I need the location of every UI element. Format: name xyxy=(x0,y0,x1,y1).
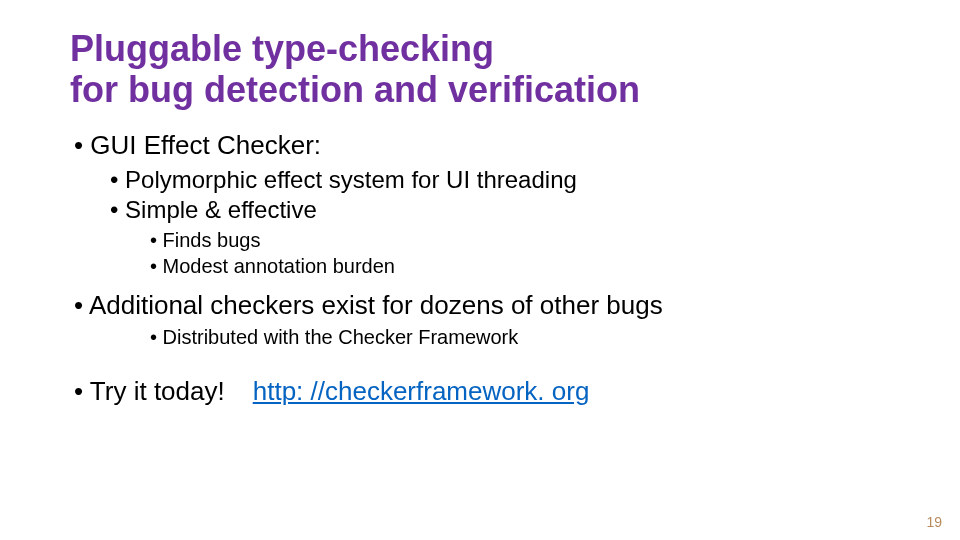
bullet-additional-checkers: Additional checkers exist for dozens of … xyxy=(74,289,890,323)
slide: Pluggable type-checking for bug detectio… xyxy=(0,0,960,540)
checker-framework-link[interactable]: http: //checkerframework. org xyxy=(253,376,590,407)
try-row: Try it today! http: //checkerframework. … xyxy=(74,376,890,407)
bullet-simple-effective: Simple & effective xyxy=(110,195,890,225)
slide-title: Pluggable type-checking for bug detectio… xyxy=(70,28,890,111)
bullet-try-it: Try it today! xyxy=(74,376,225,407)
title-line-1: Pluggable type-checking xyxy=(70,28,494,69)
page-number: 19 xyxy=(926,514,942,530)
bullet-distributed: Distributed with the Checker Framework xyxy=(150,324,890,350)
bullet-gui-effect-checker: GUI Effect Checker: xyxy=(74,129,890,163)
bullet-modest-annotation: Modest annotation burden xyxy=(150,253,890,279)
title-line-2: for bug detection and verification xyxy=(70,69,640,110)
bullet-finds-bugs: Finds bugs xyxy=(150,227,890,253)
bullet-polymorphic: Polymorphic effect system for UI threadi… xyxy=(110,165,890,195)
